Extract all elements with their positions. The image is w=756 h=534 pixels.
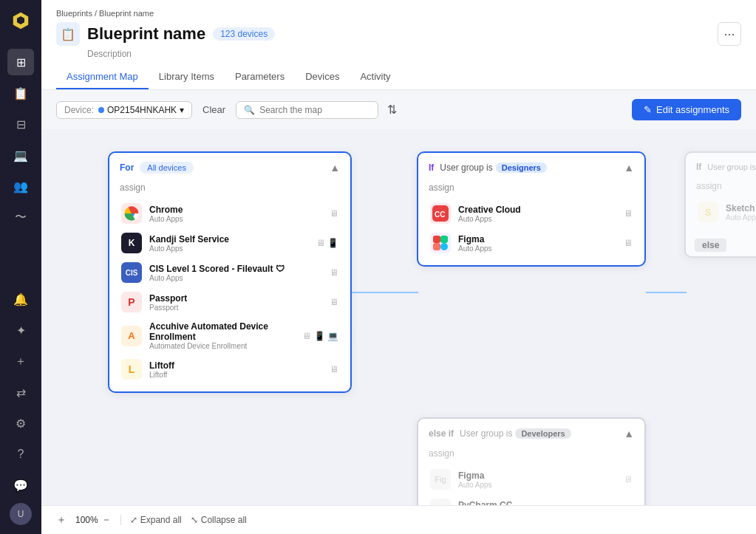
figma-device-icon: 🖥	[624, 238, 633, 248]
collapse-all-button[interactable]: ⤡ Collapse all	[191, 515, 247, 525]
search-icon: 🔍	[244, 105, 255, 115]
sidebar-item-chat[interactable]: 💬	[7, 472, 34, 499]
else-if-tag: else if	[429, 428, 454, 439]
edit-icon: ✎	[644, 104, 652, 115]
creative-cloud-name: Creative Cloud	[458, 205, 616, 215]
pycharm-icon: Py	[430, 499, 451, 505]
sidebar-item-alerts[interactable]: 🔔	[7, 286, 34, 312]
passport-icon: P	[121, 292, 142, 312]
usergroup-label: User group is	[440, 162, 492, 173]
edit-assignments-label: Edit assignments	[656, 104, 729, 115]
liftoff-device-icon: 🖥	[330, 364, 338, 374]
svg-rect-4	[433, 236, 440, 243]
more-options-button[interactable]: ···	[718, 22, 741, 46]
if-fulltime-header: If User group is Fulltime	[696, 162, 756, 172]
kandji-name: Kandji Self Service	[149, 234, 309, 244]
clear-button[interactable]: Clear	[198, 101, 230, 118]
tab-assignment-map[interactable]: Assignment Map	[56, 65, 149, 89]
sketch-info: Sketch Auto Apps	[726, 203, 756, 222]
plus-icon: ＋	[56, 513, 67, 527]
tab-devices[interactable]: Devices	[295, 65, 350, 89]
cis-sub: Auto Apps	[149, 274, 322, 282]
chevron-down-icon: ▾	[180, 105, 184, 115]
toolbar: Device: OP2154HNKAHK ▾ Clear 🔍 ⇅ ✎ Edit …	[41, 90, 756, 129]
svg-point-7	[440, 243, 448, 250]
list-item: Py PyCharm CC Auto Apps 🖥	[424, 494, 638, 505]
sidebar-item-devices[interactable]: 💻	[7, 142, 34, 168]
list-item: P Passport Passport 🖥	[115, 287, 344, 317]
figma-dev-name: Figma	[458, 470, 616, 481]
if-designers-header: If User group is Designers	[429, 162, 547, 173]
expand-icon: ⤢	[130, 515, 137, 525]
liftoff-sub: Liftoff	[149, 371, 322, 379]
accuhive-name: Accuhive Automated Device Enrollment	[149, 321, 295, 342]
pycharm-info: PyCharm CC Auto Apps	[458, 500, 616, 506]
liftoff-icon: L	[121, 359, 142, 380]
tab-parameters[interactable]: Parameters	[225, 65, 295, 89]
tab-activity[interactable]: Activity	[350, 65, 401, 89]
blueprint-description: Description	[87, 49, 741, 59]
sketch-sub: Auto Apps	[726, 213, 756, 222]
accuhive-info: Accuhive Automated Device Enrollment Aut…	[149, 321, 295, 350]
for-all-devices-card: For All devices ▲ assign	[108, 151, 352, 393]
sidebar-item-users[interactable]: 👥	[7, 173, 34, 199]
zoom-out-button[interactable]: －	[101, 513, 112, 527]
for-card-header: For All devices	[120, 162, 194, 174]
logo	[9, 9, 33, 32]
user-avatar[interactable]: U	[10, 503, 32, 525]
fulltime-condition: User group is Fulltime	[707, 162, 756, 171]
dev-assign-label: assign	[418, 445, 644, 465]
designers-value: Designers	[496, 162, 547, 173]
chrome-name: Chrome	[149, 205, 322, 215]
figma-sub-designers: Auto Apps	[458, 244, 616, 253]
edit-assignments-button[interactable]: ✎ Edit assignments	[632, 99, 741, 120]
tab-library-items[interactable]: Library Items	[149, 65, 225, 89]
figma-icon-designers	[430, 233, 451, 253]
sidebar-item-blueprints[interactable]: 📋	[7, 80, 34, 106]
fulltime-app-list: S Sketch Auto Apps	[686, 197, 756, 234]
sidebar-item-activity[interactable]: 〜	[7, 204, 34, 230]
sketch-name: Sketch	[726, 203, 756, 213]
for-app-list: Chrome Auto Apps 🖥 K Kandji Self Service…	[109, 199, 350, 391]
expand-all-button[interactable]: ⤢ Expand all	[130, 515, 182, 525]
if-fulltime-card: If User group is Fulltime assign S Sketc…	[684, 151, 756, 258]
sidebar-item-dashboard[interactable]: ⊞	[7, 49, 34, 75]
list-item: Fig Figma Auto Apps 🖥	[424, 465, 638, 494]
sort-button[interactable]: ⇅	[384, 100, 400, 120]
list-item: Figma Auto Apps 🖥	[424, 228, 638, 258]
fulltime-assign-label: assign	[686, 178, 756, 197]
sidebar-item-add[interactable]: ＋	[7, 348, 34, 374]
sidebar-item-integrations[interactable]: ✦	[7, 317, 34, 343]
cc-device-icon: 🖥	[624, 208, 633, 219]
device-filter[interactable]: Device: OP2154HNKAHK ▾	[56, 101, 192, 119]
if-tag: If	[429, 162, 434, 173]
liftoff-info: Liftoff Liftoff	[149, 360, 322, 379]
cis-info: CIS Level 1 Scored - Filevault 🛡 Auto Ap…	[149, 264, 322, 282]
collapse-if-designers-button[interactable]: ▲	[624, 162, 634, 174]
dev-usergroup-label: User group is	[460, 428, 512, 439]
developers-value: Developers	[515, 428, 571, 439]
for-tag: For	[120, 162, 134, 173]
device-id: OP2154HNKAHK	[107, 105, 177, 115]
breadcrumb: Blueprints / Blueprint name	[56, 9, 741, 18]
for-assign-label: assign	[109, 179, 350, 199]
kandji-sub: Auto Apps	[149, 244, 309, 253]
sidebar-item-share[interactable]: ⇄	[7, 379, 34, 405]
connector-for-designers	[352, 292, 418, 293]
sidebar-item-help[interactable]: ?	[7, 441, 34, 468]
collapse-dev-card-button[interactable]: ▲	[624, 428, 634, 439]
bottom-bar: ＋ 100% － ⤢ Expand all ⤡ Collapse all	[41, 505, 756, 534]
search-input[interactable]	[259, 105, 370, 115]
sidebar-item-settings[interactable]: ⚙	[7, 410, 34, 437]
sidebar-item-library[interactable]: ⊟	[7, 111, 34, 137]
collapse-for-card-button[interactable]: ▲	[330, 162, 340, 174]
if-designers-card: If User group is Designers ▲ assign CC	[417, 151, 646, 267]
device-filter-value: OP2154HNKAHK ▾	[98, 105, 184, 115]
svg-rect-5	[440, 236, 448, 243]
zoom-value: 100%	[75, 515, 98, 525]
svg-text:CC: CC	[435, 210, 445, 219]
breadcrumb-parent[interactable]: Blueprints	[56, 9, 92, 18]
pycharm-device: 🖥	[624, 504, 633, 505]
else-if-developers-header: else if User group is Developers	[429, 428, 571, 439]
accuhive-sub: Automated Device Enrollment	[149, 342, 295, 350]
